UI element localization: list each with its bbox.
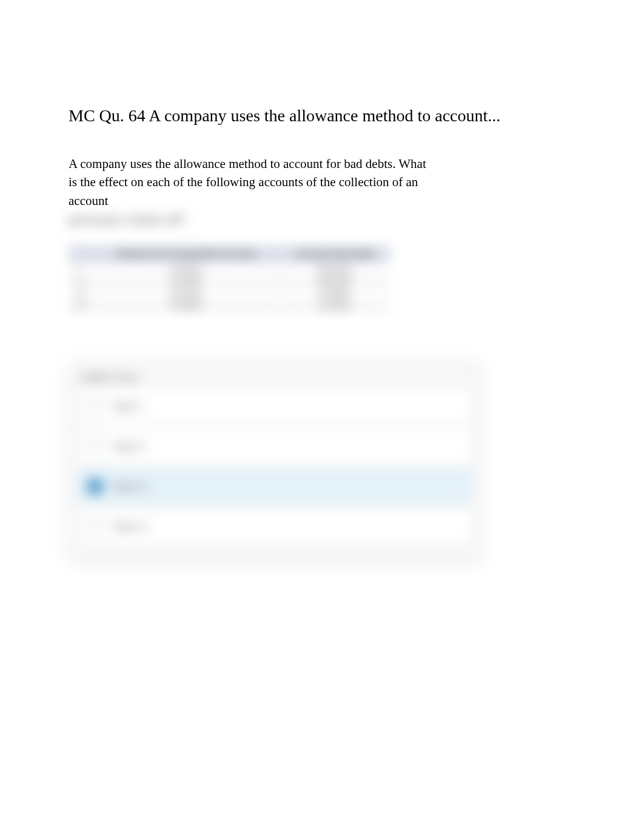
row-label: IV xyxy=(69,300,93,312)
options-table: Allowance for Uncollectible Accounts Acc… xyxy=(69,246,390,312)
answer-option-1[interactable]: Option I xyxy=(78,389,471,423)
row-col1: No effect xyxy=(93,275,280,287)
table-row: IV No effect No effect xyxy=(69,300,390,312)
answer-box: Multiple Choice Option I Option II Optio… xyxy=(69,360,481,559)
table-row: III Increase No effect xyxy=(69,287,390,300)
row-col2: Decrease xyxy=(280,263,390,275)
row-col2: Decrease xyxy=(280,275,390,287)
row-label: II xyxy=(69,275,93,287)
table-header-receivable: Accounts Receivable xyxy=(280,246,390,263)
answer-option-4[interactable]: Option IV xyxy=(78,509,471,543)
row-col2: No effect xyxy=(280,300,390,312)
answer-option-2[interactable]: Option II xyxy=(78,429,471,463)
option-label: Option IV xyxy=(113,521,148,531)
table-row: II No effect Decrease xyxy=(69,275,390,287)
radio-icon xyxy=(87,438,103,454)
table-row: I Increase Decrease xyxy=(69,263,390,275)
answer-header: Multiple Choice xyxy=(78,370,471,389)
question-body: A company uses the allowance method to a… xyxy=(69,155,432,210)
radio-icon xyxy=(87,478,103,494)
question-content: MC Qu. 64 A company uses the allowance m… xyxy=(0,0,644,559)
row-label: III xyxy=(69,287,93,300)
question-body-blurred: previously written off? xyxy=(69,212,575,227)
radio-icon xyxy=(87,518,103,534)
row-col2: No effect xyxy=(280,287,390,300)
radio-icon xyxy=(87,398,103,414)
table-header-allowance: Allowance for Uncollectible Accounts xyxy=(93,246,280,263)
row-col1: Increase xyxy=(93,287,280,300)
answer-option-3[interactable]: Option III xyxy=(78,469,471,503)
question-title: MC Qu. 64 A company uses the allowance m… xyxy=(69,106,575,126)
row-col1: Increase xyxy=(93,263,280,275)
table-header-blank xyxy=(69,246,93,263)
row-label: I xyxy=(69,263,93,275)
blurred-details: previously written off? Allowance for Un… xyxy=(69,212,575,559)
option-label: Option I xyxy=(113,401,143,411)
option-label: Option II xyxy=(113,441,145,451)
option-label: Option III xyxy=(113,481,147,491)
row-col1: No effect xyxy=(93,300,280,312)
